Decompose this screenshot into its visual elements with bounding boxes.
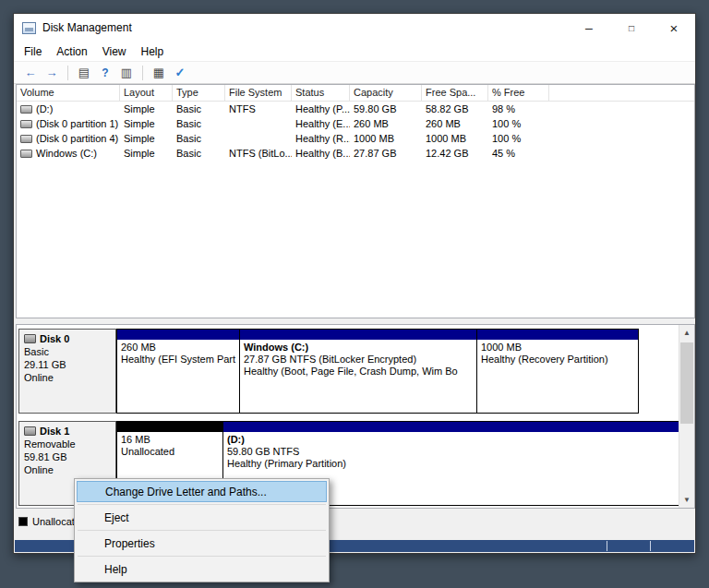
partition-disk0-recovery[interactable]: 1000 MB Healthy (Recovery Partition) [476, 329, 639, 414]
menu-item-properties[interactable]: Properties [77, 533, 327, 554]
layout-cell: Simple [120, 148, 173, 159]
menu-separator [78, 504, 326, 505]
type-cell: Basic [173, 118, 225, 129]
capacity-cell: 59.80 GB [350, 103, 422, 114]
partition-line: Healthy (EFI System Part [121, 354, 235, 366]
column-header-capacity[interactable]: Capacity [350, 85, 422, 101]
column-header-type[interactable]: Type [173, 85, 225, 101]
titlebar[interactable]: Disk Management – □ × [14, 14, 695, 42]
column-header-filler [549, 85, 694, 101]
volume-cell: (Disk 0 partition 1) [17, 118, 120, 129]
volume-icon [20, 135, 32, 143]
maximize-button[interactable]: □ [610, 14, 653, 42]
partition-name: Windows (C:) [244, 342, 473, 354]
menu-action[interactable]: Action [49, 42, 94, 61]
table-row[interactable]: (Disk 0 partition 4) Simple Basic Health… [17, 131, 694, 146]
volume-icon [20, 105, 32, 114]
status-cell: Healthy (E... [292, 118, 350, 129]
type-cell: Basic [173, 148, 225, 159]
console-tree-icon[interactable]: ▤ [74, 64, 94, 82]
partition-disk0-windows-c[interactable]: Windows (C:) 27.87 GB NTFS (BitLocker En… [239, 329, 477, 414]
partition-line: 16 MB [121, 434, 219, 446]
partition-color-band [477, 330, 638, 340]
scroll-down-icon[interactable]: ▼ [679, 492, 694, 508]
partition-line: Healthy (Recovery Partition) [481, 354, 634, 366]
app-icon [22, 22, 36, 34]
vertical-scrollbar[interactable]: ▲ ▼ [679, 325, 694, 508]
status-cell: Healthy (P... [292, 103, 350, 114]
disk-management-window: Disk Management – □ × File Action View H… [13, 13, 696, 554]
strip-separator [650, 541, 651, 551]
capacity-cell: 27.87 GB [350, 148, 422, 159]
menu-file[interactable]: File [17, 42, 49, 61]
minimize-button[interactable]: – [568, 14, 610, 42]
status-cell: Healthy (R... [292, 133, 350, 144]
pct-free-cell: 98 % [488, 103, 549, 114]
partition-line: Unallocated [121, 446, 219, 458]
column-header-volume[interactable]: Volume [17, 85, 120, 101]
partition-name: (D:) [227, 434, 676, 446]
partition-disk0-efi[interactable]: 260 MB Healthy (EFI System Part [116, 329, 240, 414]
column-header-file-system[interactable]: File System [225, 85, 292, 101]
column-header-layout[interactable]: Layout [120, 85, 173, 101]
partition-info: 16 MB Unallocated [117, 432, 222, 460]
menu-item-change-drive-letter[interactable]: Change Drive Letter and Paths... [77, 481, 327, 502]
panel-icon[interactable]: ▦ [149, 64, 169, 82]
menu-item-help[interactable]: Help [77, 558, 327, 580]
file-system-cell: NTFS (BitLo... [225, 148, 292, 159]
pct-free-cell: 100 % [488, 118, 549, 129]
type-cell: Basic [173, 103, 225, 114]
volume-name: (D:) [36, 103, 53, 114]
disk-icon [24, 426, 36, 436]
disk-size: 59.81 GB [24, 450, 111, 463]
partition-color-band [223, 422, 679, 432]
disk-status: Online [24, 371, 111, 384]
check-icon[interactable]: ✓ [170, 64, 190, 82]
back-icon[interactable]: ← [20, 64, 41, 82]
close-button[interactable]: × [653, 14, 695, 42]
free-space-cell: 12.42 GB [422, 148, 488, 159]
table-row[interactable]: (D:) Simple Basic NTFS Healthy (P... 59.… [17, 102, 694, 116]
toolbar-separator [67, 66, 68, 80]
volume-icon [20, 150, 32, 158]
partition-info: Windows (C:) 27.87 GB NTFS (BitLocker En… [240, 340, 476, 379]
scroll-up-icon[interactable]: ▲ [679, 325, 694, 341]
help-icon[interactable]: ? [95, 64, 115, 82]
partition-line: 260 MB [121, 342, 235, 354]
window-title: Disk Management [42, 21, 132, 34]
caption-buttons: – □ × [568, 14, 695, 42]
partition-line: Healthy (Primary Partition) [227, 458, 676, 470]
disk-name: Disk 0 [40, 332, 69, 345]
views-icon[interactable]: ▥ [116, 64, 137, 82]
volume-cell: (D:) [17, 103, 120, 114]
disk0-label[interactable]: Disk 0 Basic 29.11 GB Online [18, 329, 116, 414]
partition-color-band [117, 330, 239, 340]
menu-item-eject[interactable]: Eject [77, 507, 327, 528]
volume-cell: Windows (C:) [17, 148, 120, 159]
partition-line: 1000 MB [481, 342, 634, 354]
status-cell: Healthy (B... [292, 148, 350, 159]
partition-info: 260 MB Healthy (EFI System Part [117, 340, 239, 367]
type-cell: Basic [173, 133, 225, 144]
free-space-cell: 260 MB [422, 118, 488, 129]
table-row[interactable]: Windows (C:) Simple Basic NTFS (BitLo...… [17, 146, 694, 161]
menu-view[interactable]: View [95, 42, 134, 61]
free-space-cell: 58.82 GB [422, 103, 488, 114]
partition-info: 1000 MB Healthy (Recovery Partition) [477, 340, 638, 367]
column-header-free-space[interactable]: Free Spa... [422, 85, 488, 101]
scrollbar-thumb[interactable] [680, 342, 693, 424]
capacity-cell: 260 MB [350, 118, 422, 129]
volume-cell: (Disk 0 partition 4) [17, 133, 120, 144]
forward-icon[interactable]: → [42, 64, 62, 82]
pct-free-cell: 45 % [488, 148, 549, 159]
column-header-pct-free[interactable]: % Free [488, 85, 549, 101]
menu-help[interactable]: Help [134, 42, 172, 61]
layout-cell: Simple [120, 118, 173, 129]
column-header-status[interactable]: Status [292, 85, 350, 101]
table-row[interactable]: (Disk 0 partition 1) Simple Basic Health… [17, 116, 694, 131]
toolbar: ← → ▤ ? ▥ ▦ ✓ [14, 62, 695, 84]
strip-separator [607, 541, 607, 551]
partition-color-band [240, 330, 476, 340]
layout-cell: Simple [120, 103, 173, 114]
disk-type: Removable [24, 438, 111, 450]
